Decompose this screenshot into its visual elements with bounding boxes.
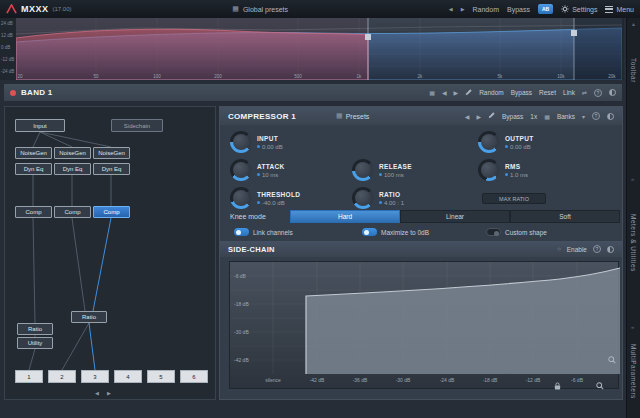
tab-toolbar[interactable]: Toolbar xyxy=(630,58,637,83)
band-link-button[interactable]: Link xyxy=(563,89,575,96)
node-sidechain[interactable]: Sidechain xyxy=(111,119,163,132)
node-dyneq-3[interactable]: Dyn Eq xyxy=(93,163,130,175)
band-next-icon[interactable]: ▶ xyxy=(454,89,459,96)
node-noisegen-3[interactable]: NoiseGen xyxy=(93,147,130,159)
global-presets-button[interactable]: ▦ Global presets xyxy=(232,5,288,13)
link-channels-toggle[interactable]: Link channels xyxy=(234,228,293,236)
help-icon[interactable]: ? xyxy=(592,112,600,120)
multiband-analyzer[interactable]: 24 dB 12 dB 0 dB -12 dB -24 dB xyxy=(0,18,624,80)
knee-linear-button[interactable]: Linear xyxy=(400,210,510,223)
chevron-left-icon[interactable]: « xyxy=(631,324,634,330)
comp-bypass-button[interactable]: Bypass xyxy=(502,113,523,120)
rms-knob[interactable] xyxy=(478,159,500,181)
node-noisegen-1[interactable]: NoiseGen xyxy=(15,147,52,159)
threshold-value[interactable]: -40.0 dB xyxy=(257,200,300,206)
swap-arrows-icon[interactable]: ⇄ xyxy=(582,89,587,96)
attack-knob[interactable] xyxy=(230,159,252,181)
sidechain-enable-button[interactable]: Enable xyxy=(567,246,587,253)
band-reset-button[interactable]: Reset xyxy=(539,89,556,96)
slot-6[interactable]: 6 xyxy=(180,370,208,383)
ab-compare-button[interactable]: AB xyxy=(538,4,553,14)
tab-meters-utilities[interactable]: Meters & Utilities xyxy=(630,214,637,272)
threshold-knob-group: THRESHOLD -40.0 dB xyxy=(230,187,300,209)
band-presets-grid-icon[interactable]: ▦ xyxy=(429,89,435,96)
threshold-knob[interactable] xyxy=(230,187,252,209)
max-ratio-field[interactable]: MAX RATIO xyxy=(482,193,546,204)
tab-multiparameters[interactable]: MultiParameters xyxy=(630,344,637,399)
node-comp-1[interactable]: Comp xyxy=(15,206,52,218)
node-comp-2[interactable]: Comp xyxy=(54,206,91,218)
random-button[interactable]: Random xyxy=(473,6,499,13)
knee-hard-button[interactable]: Hard xyxy=(290,210,400,223)
band-bypass-button[interactable]: Bypass xyxy=(511,89,532,96)
spectrum-display[interactable] xyxy=(16,18,622,80)
comp-1x-button[interactable]: 1x xyxy=(530,113,537,120)
titlebar: MXXX (17.00) ▦ Global presets ◀ ▶ Random… xyxy=(0,0,640,18)
ratio-knob[interactable] xyxy=(352,187,374,209)
attack-value[interactable]: 10 ms xyxy=(257,172,285,178)
style-icon[interactable] xyxy=(609,89,616,96)
comp-next-icon[interactable]: ▶ xyxy=(476,113,481,120)
help-icon[interactable]: ? xyxy=(594,89,602,97)
sidebar-collapse-icon[interactable]: ▲ xyxy=(631,21,636,27)
node-ratio-b[interactable]: Ratio xyxy=(17,323,53,335)
banks-dropdown-icon[interactable]: ▾ xyxy=(582,113,585,120)
lock-icon[interactable] xyxy=(554,376,561,394)
release-knob[interactable] xyxy=(352,159,374,181)
banks-grid-icon[interactable]: ▦ xyxy=(544,113,550,120)
banks-button[interactable]: Banks xyxy=(557,113,575,120)
maximize-toggle[interactable]: Maximize to 0dB xyxy=(362,228,429,236)
zoom-icon[interactable] xyxy=(596,376,604,394)
node-comp-3-selected[interactable]: Comp xyxy=(93,206,130,218)
node-dyneq-1[interactable]: Dyn Eq xyxy=(15,163,52,175)
node-dyneq-2[interactable]: Dyn Eq xyxy=(54,163,91,175)
bypass-button[interactable]: Bypass xyxy=(507,6,530,13)
help-icon[interactable]: ? xyxy=(593,245,601,253)
slot-4[interactable]: 4 xyxy=(114,370,142,383)
custom-shape-label: Custom shape xyxy=(505,229,547,236)
release-value[interactable]: 100 ms xyxy=(379,172,412,178)
ratio-value[interactable]: 4.00 : 1 xyxy=(379,200,404,206)
compressor-presets-button[interactable]: ▦ Presets xyxy=(336,112,369,120)
style-icon[interactable] xyxy=(607,246,614,253)
input-knob[interactable] xyxy=(230,131,252,153)
band-color-dot[interactable] xyxy=(10,90,16,96)
crossover-handle[interactable] xyxy=(571,30,577,36)
rms-value[interactable]: 1.0 ms xyxy=(505,172,528,178)
next-preset-icon[interactable]: ▶ xyxy=(461,6,465,12)
comp-prev-icon[interactable]: ◀ xyxy=(465,113,470,120)
output-value[interactable]: 0.00 dB xyxy=(505,144,534,150)
band-random-button[interactable]: Random xyxy=(479,89,504,96)
custom-shape-toggle[interactable]: Custom shape xyxy=(486,228,547,236)
band-prev-icon[interactable]: ◀ xyxy=(442,89,447,96)
compressor-panel: COMPRESSOR 1 ▦ Presets ◀ ▶ Bypass 1x ▦ B… xyxy=(219,106,623,400)
crossover-handle[interactable] xyxy=(365,34,371,40)
menu-button[interactable]: Menu xyxy=(605,6,634,13)
graph-scroll-left-icon[interactable]: ◀ xyxy=(95,390,99,396)
maximize-label: Maximize to 0dB xyxy=(381,229,429,236)
chevron-left-icon[interactable]: « xyxy=(631,176,634,182)
settings-button[interactable]: Settings xyxy=(561,5,597,14)
prev-preset-icon[interactable]: ◀ xyxy=(449,6,453,12)
node-utility[interactable]: Utility xyxy=(17,337,53,349)
comp-edit-icon[interactable] xyxy=(488,112,495,120)
slot-1[interactable]: 1 xyxy=(15,370,43,383)
band-routing-graph[interactable]: Input Sidechain NoiseGen NoiseGen NoiseG… xyxy=(4,106,216,400)
melda-logo-icon[interactable] xyxy=(6,4,17,15)
node-noisegen-2[interactable]: NoiseGen xyxy=(54,147,91,159)
input-value[interactable]: 0.00 dB xyxy=(257,144,283,150)
style-icon[interactable] xyxy=(607,113,614,120)
sidechain-transfer-graph[interactable]: -6 dB -18 dB -30 dB -42 dB silence -42 d… xyxy=(229,261,619,389)
graph-scroll-right-icon[interactable]: ▶ xyxy=(107,390,111,396)
zoom-icon[interactable] xyxy=(608,350,616,368)
slot-5[interactable]: 5 xyxy=(147,370,175,383)
output-knob[interactable] xyxy=(478,131,500,153)
freq-label: 20 xyxy=(17,74,22,79)
enable-circle-icon[interactable]: ○ xyxy=(557,246,561,252)
knee-soft-button[interactable]: Soft xyxy=(510,210,620,223)
node-input[interactable]: Input xyxy=(15,119,65,132)
band-edit-icon[interactable] xyxy=(465,89,472,97)
slot-3[interactable]: 3 xyxy=(81,370,109,383)
node-ratio-a[interactable]: Ratio xyxy=(71,311,107,323)
slot-2[interactable]: 2 xyxy=(48,370,76,383)
